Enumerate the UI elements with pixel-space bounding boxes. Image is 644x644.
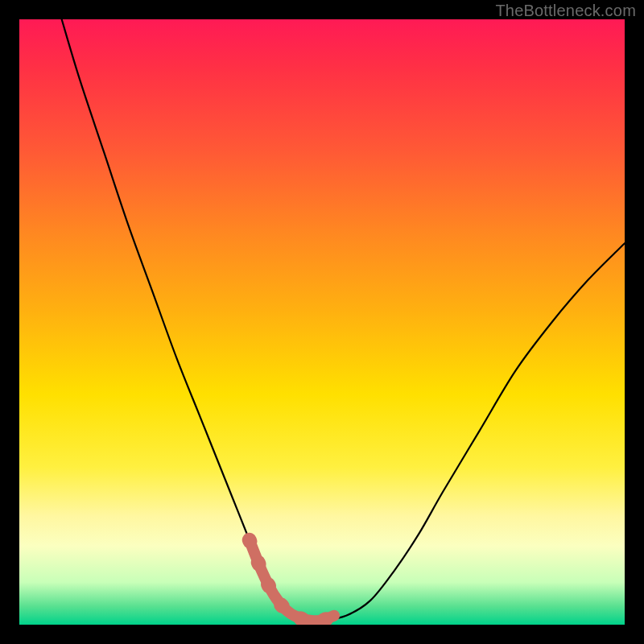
bottleneck-curve <box>62 19 625 621</box>
chart-frame: TheBottleneck.com <box>0 0 644 644</box>
chart-svg <box>19 19 625 625</box>
watermark-text: TheBottleneck.com <box>495 2 636 20</box>
optimal-zone-highlight-core <box>250 540 334 621</box>
chart-plot-area <box>19 19 625 625</box>
